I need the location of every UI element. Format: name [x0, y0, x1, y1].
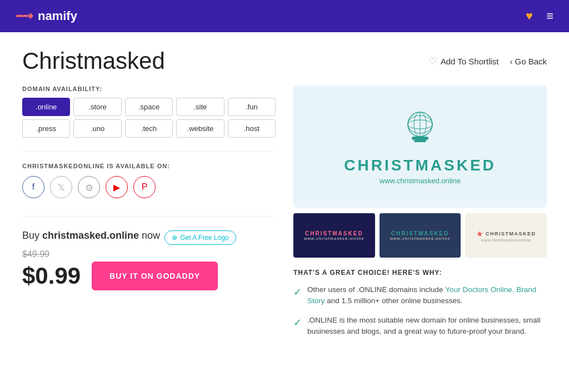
check-icon-1: ✓: [293, 285, 302, 307]
domain-btn-space[interactable]: .space: [125, 98, 173, 116]
why-section: THAT'S A GREAT CHOICE! HERE'S WHY: ✓ Oth…: [293, 269, 547, 337]
logo-variant-dark-1: CHRISTMASKED www.christmasked.online: [293, 213, 375, 258]
benefit-item-1: ✓ Other users of .ONLINE domains include…: [293, 284, 547, 307]
logo-text: namify: [38, 9, 77, 23]
logo-variants: CHRISTMASKED www.christmasked.online CHR…: [293, 213, 547, 258]
get-logo-label: Get A Free Logo: [180, 234, 228, 242]
preview-url: www.christmasked.online: [380, 177, 461, 185]
price-buy-row: $0.99 BUY IT ON GODADDY: [22, 262, 276, 290]
go-back-chevron-icon: ‹: [510, 57, 512, 66]
buy-it-on-godaddy-button[interactable]: BUY IT ON GODADDY: [92, 262, 218, 290]
why-label: THAT'S A GREAT CHOICE! HERE'S WHY:: [293, 269, 547, 277]
instagram-icon[interactable]: ⊙: [78, 176, 100, 198]
domain-btn-website[interactable]: .website: [176, 119, 224, 138]
domain-btn-host[interactable]: .host: [228, 119, 276, 138]
domain-btn-online[interactable]: .online: [22, 98, 70, 116]
domain-btn-fun[interactable]: .fun: [228, 98, 276, 116]
social-availability-label: CHRISTMASKEDONLINE IS AVAILABLE ON:: [22, 163, 276, 169]
domain-btn-press[interactable]: .press: [22, 119, 70, 138]
left-column: DOMAIN AVAILABILITY: .online .store .spa…: [22, 86, 276, 345]
logo-variant-text-3: ★ CHRISTMASKED www.christmasked.online: [476, 229, 536, 242]
right-column: CHRISTMASKED www.christmasked.online CHR…: [293, 86, 547, 345]
preview-brand-name: CHRISTMASKED: [344, 157, 496, 174]
svg-rect-5: [412, 137, 428, 140]
page-title: Christmasked: [22, 48, 165, 74]
divider-2: [22, 216, 276, 217]
domain-availability-label: DOMAIN AVAILABILITY:: [22, 86, 276, 92]
buy-section: Buy christmasked.online now ⊕ Get A Free…: [22, 230, 276, 290]
logo-variant-light: ★ CHRISTMASKED www.christmasked.online: [465, 213, 547, 258]
new-price: $0.99: [22, 263, 81, 289]
top-row: Christmasked ♡ Add To Shortlist ‹ Go Bac…: [22, 48, 547, 74]
add-to-shortlist-button[interactable]: ♡ Add To Shortlist: [428, 55, 499, 67]
top-actions: ♡ Add To Shortlist ‹ Go Back: [428, 55, 547, 67]
benefit-item-2: ✓ .ONLINE is the most suitable new domai…: [293, 315, 547, 338]
menu-icon[interactable]: ≡: [546, 9, 553, 23]
twitter-icon[interactable]: 𝕏: [50, 176, 72, 198]
svg-rect-6: [414, 140, 426, 142]
header: ⟿ namify ♥ ≡: [0, 0, 569, 32]
logo-variant-text-1: CHRISTMASKED www.christmasked.online: [304, 230, 365, 240]
go-back-label: Go Back: [515, 57, 547, 66]
social-icons-row: f 𝕏 ⊙ ▶ P: [22, 176, 276, 198]
domain-btn-site[interactable]: .site: [176, 98, 224, 116]
youtube-icon[interactable]: ▶: [106, 176, 128, 198]
domain-extensions-grid: .online .store .space .site .fun .press …: [22, 98, 276, 138]
main-content: Christmasked ♡ Add To Shortlist ‹ Go Bac…: [0, 32, 569, 367]
favorite-icon[interactable]: ♥: [526, 9, 533, 23]
shortlist-label: Add To Shortlist: [441, 57, 499, 66]
domain-btn-uno[interactable]: .uno: [73, 119, 121, 138]
old-price: $49.99: [22, 249, 276, 259]
domain-btn-store[interactable]: .store: [73, 98, 121, 116]
go-back-button[interactable]: ‹ Go Back: [510, 57, 547, 66]
logo-gift-icon: ⊕: [172, 234, 177, 242]
facebook-icon[interactable]: f: [22, 176, 44, 198]
buy-domain: christmasked.online: [42, 230, 139, 241]
buy-prefix: Buy: [22, 230, 42, 241]
benefit-text-2: .ONLINE is the most suitable new domain …: [307, 315, 547, 338]
check-icon-2: ✓: [293, 315, 302, 338]
header-right: ♥ ≡: [526, 9, 553, 23]
logo-preview: CHRISTMASKED www.christmasked.online: [293, 86, 547, 208]
content-grid: DOMAIN AVAILABILITY: .online .store .spa…: [22, 86, 547, 345]
shortlist-heart-icon: ♡: [428, 55, 437, 67]
buy-text: Buy christmasked.online now: [22, 230, 160, 242]
buy-suffix: now: [139, 230, 160, 241]
logo-icon: ⟿: [16, 9, 33, 23]
globe-illustration: [401, 109, 440, 150]
divider-1: [22, 151, 276, 152]
domain-btn-tech[interactable]: .tech: [125, 119, 173, 138]
logo-variant-dark-2: CHRISTMASKED www.christmasked.online: [380, 213, 461, 258]
benefit-link-doctors[interactable]: Your Doctors Online, Brand Story: [307, 285, 536, 305]
benefit-text-1: Other users of .ONLINE domains include Y…: [307, 284, 547, 307]
pinterest-icon[interactable]: P: [133, 176, 156, 198]
logo: ⟿ namify: [16, 9, 77, 23]
logo-variant-text-2: CHRISTMASKED www.christmasked.online: [390, 230, 451, 240]
get-free-logo-button[interactable]: ⊕ Get A Free Logo: [164, 230, 236, 245]
